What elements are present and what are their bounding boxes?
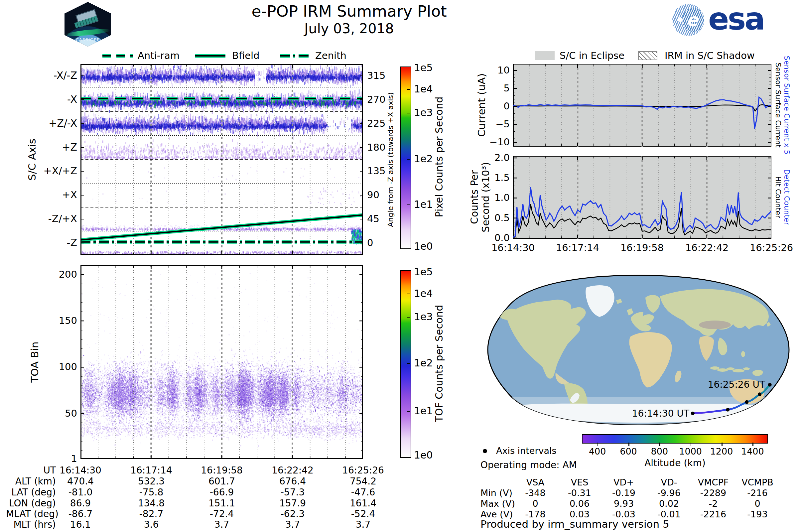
voltage-cell: 0.02 — [647, 498, 690, 509]
tof-colorbar-tick-label: 1e5 — [414, 266, 433, 278]
voltage-cell: 0 — [514, 498, 557, 509]
eclipse-label: S/C in Eclipse — [559, 50, 624, 61]
ephemeris-cell: -47.6 — [331, 487, 395, 498]
current-ytick-label: −10 — [476, 136, 510, 148]
altitude-bar-title: Altitude (km) — [644, 457, 706, 469]
ephemeris-cell: 157.9 — [261, 498, 324, 509]
ephemeris-cell: 601.7 — [190, 476, 253, 487]
ephemeris-row-label: UT — [6, 465, 56, 476]
detect-counter-label: Detect Counter — [783, 169, 791, 225]
ephemeris-cell: -82.7 — [120, 508, 183, 519]
altitude-tick — [753, 442, 754, 446]
pixel-counts-colorbar — [400, 66, 411, 249]
angle-axis-tick-label: 315 — [367, 70, 385, 81]
pixel-colorbar-tick — [407, 113, 410, 113]
voltage-row-label: Max (V) — [480, 498, 515, 509]
toa-ytick-label: 200 — [41, 269, 77, 280]
tof-colorbar-tick — [407, 363, 410, 364]
tof-counts-colorbar — [400, 270, 411, 458]
ephemeris-cell: 3.7 — [331, 519, 395, 530]
sc-axis-tick-label: -X — [27, 93, 77, 105]
voltage-column-header: VCMPB — [736, 477, 779, 488]
toa-bin-scatter-canvas — [80, 265, 363, 459]
angle-axis-tick-label: 0 — [367, 237, 373, 248]
sc-axis-tick-label: -X/-Z — [27, 70, 77, 81]
sc-axis-tick-label: -Z — [27, 237, 77, 248]
counts-ytick-label: 2.0 — [476, 152, 510, 163]
pixel-colorbar-title: Pixel Counts per Second — [433, 97, 445, 217]
time-xtick-label: 16:25:26 — [741, 242, 798, 253]
tof-colorbar-tick-label: 1e1 — [414, 405, 433, 417]
cassiope-label: CASSIOPE — [76, 37, 100, 42]
ephemeris-cell: 532.3 — [120, 476, 183, 487]
angle-axis-tick-label: 45 — [367, 213, 379, 225]
current-ytick-label: 10 — [476, 64, 510, 76]
current-ytick-label: 0 — [476, 100, 510, 112]
ephemeris-row-label: MLAT (deg) — [6, 508, 56, 519]
angle-axis-title: Angle from -Z axis (towards +X axis) — [386, 92, 395, 227]
ephemeris-cell: -52.4 — [331, 508, 395, 519]
voltage-cell: -0.31 — [558, 488, 601, 498]
time-xtick-label: 16:22:42 — [677, 242, 737, 253]
ephemeris-cell: 3.7 — [261, 519, 324, 530]
ephemeris-row-label: ALT (km) — [6, 476, 56, 487]
track-start-time-label: 16:14:30 UT — [632, 408, 690, 419]
tof-colorbar-tick-label: 1e2 — [414, 357, 433, 369]
toa-ytick-label: 1 — [41, 453, 77, 464]
sc-axis-tick-label: +X/+Z — [27, 165, 77, 176]
altitude-tick — [722, 442, 723, 446]
ephemeris-cell: 16:25:26 — [331, 465, 395, 476]
legend-item-label: Anti-ram — [138, 50, 179, 61]
ephemeris-cell: 16:22:42 — [261, 465, 324, 476]
sc-axis-tick-label: +X — [27, 189, 77, 201]
altitude-tick — [690, 442, 691, 446]
altitude-tick — [659, 442, 660, 446]
counts-ytick-label: 0.0 — [476, 232, 510, 243]
cassiope-aurora-icon — [65, 27, 111, 38]
counts-plot-series — [513, 156, 772, 239]
angle-axis-tick-label: 180 — [367, 141, 385, 153]
tof-colorbar-tick-label: 1e3 — [414, 311, 433, 323]
voltage-column-header: VSA — [514, 477, 557, 488]
axis-intervals-dot — [483, 449, 487, 453]
track-interval-dot — [768, 383, 772, 387]
ephemeris-cell: 16.1 — [49, 519, 112, 530]
irm-summary-plot-page: CASSIOPE e-POP IRM Summary Plot July 03,… — [0, 0, 798, 532]
voltage-cell: -2 — [691, 498, 735, 509]
zenith-line-sample — [279, 52, 311, 60]
voltage-cell: -2289 — [691, 488, 735, 498]
angle-axis-tick-label: 225 — [367, 118, 385, 129]
world-map: 16:14:30 UT 16:25:26 UT — [480, 274, 796, 425]
anti-ram-line-sample — [102, 52, 134, 60]
pixel-colorbar-tick-label: 1e4 — [414, 83, 433, 95]
ephemeris-cell: 161.4 — [331, 498, 395, 509]
current-ytick-label: 5 — [476, 82, 510, 94]
ephemeris-cell: -75.8 — [120, 487, 183, 498]
voltage-column-header: VMCPF — [691, 477, 735, 488]
voltage-column-header: VD- — [647, 477, 690, 488]
tof-colorbar-tick — [407, 293, 410, 294]
ephemeris-row-label: MLT (hrs) — [6, 519, 56, 530]
pixel-colorbar-tick-label: 1e2 — [414, 153, 433, 165]
sc-axis-spectrogram-canvas — [80, 64, 363, 255]
ephemeris-cell: -66.9 — [190, 487, 253, 498]
toa-ytick-label: 50 — [41, 407, 77, 419]
ephemeris-cell: -72.4 — [190, 508, 253, 519]
axis-intervals-label: Axis intervals — [496, 445, 557, 456]
bfield-line-sample — [194, 52, 226, 60]
counts-ytick-label: 1.5 — [476, 172, 510, 183]
orientation-line-legend: Anti-ramBfieldZenith — [80, 49, 363, 62]
sensor-surface-current-label: Sensor Surface Current — [774, 62, 782, 148]
pixel-colorbar-tick-label: 1e5 — [414, 62, 433, 74]
sc-axis-tick-label: -Z/+X — [27, 213, 77, 225]
toa-ylabel: TOA Bin — [28, 341, 41, 382]
voltage-cell: -2216 — [691, 509, 735, 519]
altitude-tick — [597, 442, 598, 446]
cassiope-mission-patch: CASSIOPE — [62, 2, 113, 46]
shadow-label: IRM in S/C Shadow — [665, 50, 755, 61]
ephemeris-cell: 754.2 — [331, 476, 395, 487]
ephemeris-cell: 676.4 — [261, 476, 324, 487]
tof-colorbar-tick — [407, 317, 410, 318]
voltage-cell: -0.19 — [602, 488, 645, 498]
sensor-surface-current-x5-label: Sensor Surface Current x 5 — [783, 56, 791, 155]
